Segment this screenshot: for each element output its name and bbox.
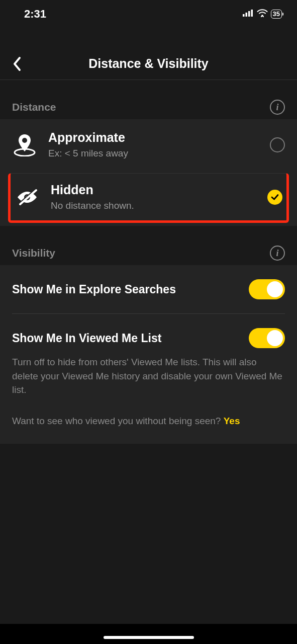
option-approximate[interactable]: Approximate Ex: < 5 miles away: [0, 119, 297, 170]
row-viewed-me: Show Me In Viewed Me List: [0, 314, 297, 355]
option-approximate-subtitle: Ex: < 5 miles away: [48, 148, 259, 159]
svg-point-6: [22, 138, 27, 143]
visibility-settings-list: Show Me in Explore Searches Show Me In V…: [0, 265, 297, 444]
toggle-explore-searches[interactable]: [249, 279, 285, 299]
visibility-info-button[interactable]: i: [270, 246, 285, 261]
status-indicators: 35: [243, 9, 282, 19]
radio-unselected: [270, 137, 285, 152]
radio-selected: [267, 190, 282, 205]
svg-rect-3: [251, 10, 253, 17]
viewed-me-prompt: Want to see who viewed you without being…: [0, 402, 297, 440]
option-hidden-subtitle: No distance shown.: [51, 200, 256, 211]
visibility-section-header: Visibility i: [0, 241, 297, 265]
back-button[interactable]: [7, 54, 27, 74]
chevron-left-icon: [13, 56, 22, 71]
option-hidden-title: Hidden: [51, 183, 256, 197]
row-explore-searches: Show Me in Explore Searches: [0, 265, 297, 313]
distance-section-title: Distance: [12, 101, 56, 113]
svg-rect-0: [243, 14, 245, 17]
location-pin-icon: [12, 133, 37, 156]
wifi-icon: [257, 9, 268, 19]
page-title: Distance & Visibility: [88, 56, 209, 71]
svg-rect-2: [248, 11, 250, 17]
distance-options-list: Approximate Ex: < 5 miles away Hidden No…: [0, 119, 297, 226]
option-hidden[interactable]: Hidden No distance shown.: [8, 173, 289, 223]
check-icon: [270, 193, 279, 202]
distance-info-button[interactable]: i: [270, 100, 285, 115]
bottom-bar: [0, 624, 297, 644]
svg-point-4: [261, 15, 263, 17]
page-header: Distance & Visibility: [0, 48, 297, 80]
svg-rect-1: [245, 13, 247, 17]
home-indicator: [104, 636, 194, 639]
status-bar: 2:31 35: [0, 0, 297, 28]
toggle-viewed-me[interactable]: [249, 328, 285, 348]
option-approximate-title: Approximate: [48, 130, 259, 145]
status-time: 2:31: [24, 8, 46, 21]
visibility-section-title: Visibility: [12, 247, 55, 259]
explore-searches-label: Show Me in Explore Searches: [12, 283, 176, 296]
viewed-me-description: Turn off to hide from others' Viewed Me …: [0, 355, 297, 402]
viewed-me-label: Show Me In Viewed Me List: [12, 332, 161, 345]
cellular-icon: [243, 10, 254, 19]
eye-off-icon: [15, 189, 40, 206]
yes-link[interactable]: Yes: [224, 416, 240, 426]
distance-section-header: Distance i: [0, 95, 297, 119]
battery-indicator: 35: [271, 10, 282, 19]
